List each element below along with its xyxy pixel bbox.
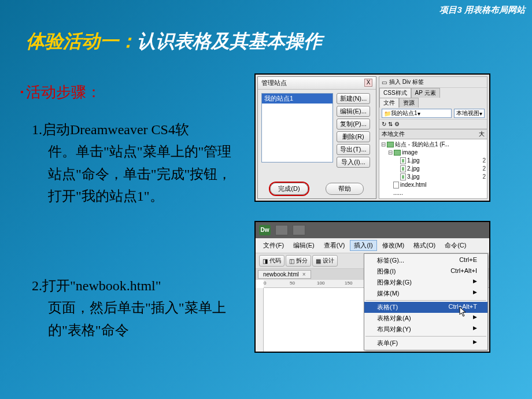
menubar: 文件(F) 编辑(E) 查看(V) 插入(I) 修改(M) 格式(O) 命令(C… xyxy=(256,238,489,253)
dd-label: 媒体(M) xyxy=(377,289,400,298)
step1-rest: 件。单击"站点"菜单上的"管理站点"命令，单击"完成"按钮，打开"我的站点1"。 xyxy=(32,141,243,207)
edit-button[interactable]: 编辑(E)... xyxy=(337,106,370,117)
step2-rest: 页面，然后单击"插入"菜单上的"表格"命令 xyxy=(32,297,243,341)
css-ap-tabs: CSS样式 AP 元素 xyxy=(379,88,487,98)
file-res-tabs: 文件 资源 xyxy=(379,98,487,108)
site-item-selected[interactable]: 我的站点1 xyxy=(262,94,332,104)
menu-view[interactable]: 查看(V) xyxy=(320,240,349,251)
col-localfile: 本地文件 xyxy=(382,130,405,138)
tree-file[interactable]: 2.jpg xyxy=(407,165,420,173)
view-combo[interactable]: 本地视图 ▾ xyxy=(454,109,485,118)
files-panel: ▭ 插入 Div 标签 CSS样式 AP 元素 文件 资源 📁 我的站点1 ▾ … xyxy=(379,76,487,199)
menu-item-image[interactable]: 图像(I)Ctrl+Alt+I xyxy=(364,266,487,277)
file-header: 本地文件 大 xyxy=(379,129,487,139)
image-file-icon xyxy=(400,157,406,164)
step-2: 2.打开"newbook.html" 页面，然后单击"插入"菜单上的"表格"命令 xyxy=(32,275,243,341)
toolbar-icon[interactable]: ↻ xyxy=(382,121,386,127)
design-view-button[interactable]: ▦设计 xyxy=(312,255,338,267)
image-file-icon xyxy=(400,165,406,172)
step2-lead: 2.打开"newbook.html" xyxy=(32,278,161,293)
menu-item-tag[interactable]: 标签(G)...Ctrl+E xyxy=(364,255,487,266)
site-combo[interactable]: 📁 我的站点1 ▾ xyxy=(382,109,452,118)
insert-div-label: 插入 Div 标签 xyxy=(389,78,424,86)
submenu-arrow-icon: ▶ xyxy=(473,289,477,298)
file-size: 2 xyxy=(482,165,486,173)
menu-item-image-objects[interactable]: 图像对象(G)▶ xyxy=(364,277,487,288)
menu-file[interactable]: 文件(F) xyxy=(259,240,288,251)
page-title: 体验活动一：认识表格及其基本操作 xyxy=(26,29,322,54)
menu-item-form[interactable]: 表单(F)▶ xyxy=(364,338,487,349)
split-label: 拆分 xyxy=(296,257,308,265)
dd-label: 标签(G)... xyxy=(377,256,404,265)
image-file-icon xyxy=(400,173,406,180)
menu-item-table-objects[interactable]: 表格对象(A)▶ xyxy=(364,313,487,324)
title-part1: 体验活动一： xyxy=(26,31,137,51)
design-label: 设计 xyxy=(323,257,334,265)
step1-lead: 1.启动Dreamweaver CS4软 xyxy=(32,122,189,137)
menu-item-table[interactable]: 表格(T)Ctrl+Alt+T xyxy=(364,302,487,313)
app-titlebar: Dw xyxy=(256,222,489,238)
submenu-arrow-icon: ▶ xyxy=(473,314,477,323)
tab-resource[interactable]: 资源 xyxy=(399,98,419,108)
menu-item-media[interactable]: 媒体(M)▶ xyxy=(364,288,487,299)
menu-item-layout-objects[interactable]: 布局对象(Y)▶ xyxy=(364,324,487,335)
tab-css[interactable]: CSS样式 xyxy=(379,88,411,98)
dd-label: 表单(F) xyxy=(377,339,398,348)
tree-folder-image[interactable]: image xyxy=(402,149,418,157)
col-size: 大 xyxy=(479,130,485,138)
tree-root[interactable]: 站点 - 我的站点1 (F... xyxy=(395,141,449,149)
menu-edit[interactable]: 编辑(E) xyxy=(289,240,319,251)
submenu-arrow-icon: ▶ xyxy=(473,339,477,348)
submenu-arrow-icon: ▶ xyxy=(473,278,477,287)
help-button[interactable]: 帮助 xyxy=(326,183,364,195)
done-button[interactable]: 完成(D) xyxy=(270,183,308,195)
split-view-button[interactable]: ◫拆分 xyxy=(286,255,311,267)
menu-modify[interactable]: 修改(M) xyxy=(378,240,409,251)
subtitle: 活动步骤： xyxy=(20,82,101,102)
ruler-tick: 50 xyxy=(290,280,295,286)
document-tab[interactable]: newbook.html × xyxy=(258,270,311,279)
workspace-toggle-icon[interactable] xyxy=(293,225,305,235)
ruler-tick: 100 xyxy=(317,280,324,286)
code-label: 代码 xyxy=(269,257,281,265)
tree-file[interactable]: 3.jpg xyxy=(407,173,420,181)
dd-label: 图像(I) xyxy=(377,267,396,276)
step-1: 1.启动Dreamweaver CS4软 件。单击"站点"菜单上的"管理站点"命… xyxy=(32,119,243,208)
dd-label: 图像对象(G) xyxy=(377,278,412,287)
document-tab-label: newbook.html xyxy=(263,271,299,278)
tab-file[interactable]: 文件 xyxy=(379,98,399,108)
div-tag-icon: ▭ xyxy=(382,79,387,86)
toolbar-icon[interactable]: ⇅ xyxy=(388,121,393,127)
file-size: 2 xyxy=(482,173,486,181)
menu-insert[interactable]: 插入(I) xyxy=(350,240,376,251)
file-tree[interactable]: ⊟站点 - 我的站点1 (F... ⊟image 1.jpg2 2.jpg2 3… xyxy=(379,139,487,198)
dd-label: 布局对象(Y) xyxy=(377,325,411,334)
ruler-tick: 150 xyxy=(345,280,352,286)
duplicate-button[interactable]: 复制(P)... xyxy=(337,119,370,130)
site-combo-value: 我的站点1 xyxy=(391,109,418,117)
import-button[interactable]: 导入(I)... xyxy=(337,157,370,168)
export-button[interactable]: 导出(T)... xyxy=(337,144,370,155)
tab-ap[interactable]: AP 元素 xyxy=(411,88,440,98)
submenu-arrow-icon: ▶ xyxy=(473,325,477,334)
ruler-tick: 0 xyxy=(264,280,266,286)
sites-listbox[interactable]: 我的站点1 xyxy=(261,93,333,162)
insert-hint-row: ▭ 插入 Div 标签 xyxy=(379,77,487,88)
menu-command[interactable]: 命令(C) xyxy=(441,240,470,251)
toolbar-icon[interactable]: ⚙ xyxy=(394,121,400,127)
dd-label: 表格(T) xyxy=(377,303,398,312)
close-tab-icon[interactable]: × xyxy=(302,271,306,278)
remove-button[interactable]: 删除(R) xyxy=(337,131,370,142)
tree-file[interactable]: 1.jpg xyxy=(407,157,420,165)
breadcrumb: 项目3 用表格布局网站 xyxy=(439,5,525,16)
new-button[interactable]: 新建(N)... xyxy=(337,93,370,104)
code-view-button[interactable]: ◨代码 xyxy=(259,255,285,267)
folder-icon xyxy=(394,150,401,156)
site-folder-icon xyxy=(387,142,394,147)
tree-file-index[interactable]: index.html xyxy=(400,181,427,189)
view-combo-value: 本地视图 xyxy=(456,109,479,117)
close-icon[interactable]: X xyxy=(364,79,372,87)
menu-format[interactable]: 格式(O) xyxy=(409,240,439,251)
layout-toggle-icon[interactable] xyxy=(275,225,288,235)
tree-more: ...... xyxy=(393,189,403,197)
